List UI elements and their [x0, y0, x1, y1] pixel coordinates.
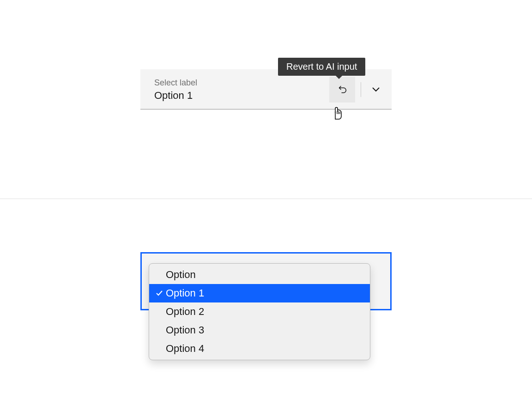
options-listbox[interactable]: Option Option 1 Option 2 Option 3 Option…: [149, 263, 370, 360]
dropdown-selected-value: Option 1: [154, 90, 329, 102]
dropdown-toggle-button[interactable]: [367, 80, 385, 99]
option-item[interactable]: Option 4: [149, 339, 370, 358]
option-label: Option 1: [166, 287, 204, 299]
section-divider: [0, 199, 532, 199]
revert-button[interactable]: [329, 77, 355, 103]
option-label: Option 2: [166, 306, 204, 318]
dropdown-label: Select label: [154, 78, 329, 88]
action-divider: [361, 82, 361, 97]
option-label: Option 4: [166, 343, 204, 355]
chevron-down-icon: [371, 85, 381, 94]
option-label: Option: [166, 269, 196, 281]
option-item[interactable]: Option 2: [149, 302, 370, 321]
undo-icon: [337, 84, 348, 95]
option-item-selected[interactable]: Option 1: [149, 284, 370, 302]
option-item[interactable]: Option 3: [149, 321, 370, 339]
option-label: Option 3: [166, 324, 204, 336]
option-item[interactable]: Option: [149, 266, 370, 284]
revert-tooltip: Revert to AI input: [278, 58, 365, 76]
checkmark-icon: [154, 290, 165, 297]
dropdown-text-group: Select label Option 1: [154, 78, 329, 102]
